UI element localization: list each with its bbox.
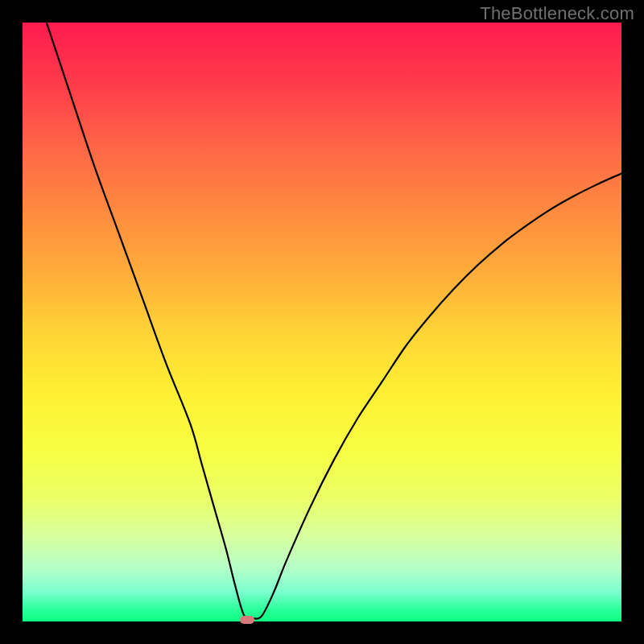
bottleneck-curve <box>23 23 621 621</box>
watermark-text: TheBottleneck.com <box>480 3 634 24</box>
chart-frame: TheBottleneck.com <box>0 0 644 644</box>
minimum-marker <box>240 616 254 624</box>
plot-area <box>23 23 621 621</box>
